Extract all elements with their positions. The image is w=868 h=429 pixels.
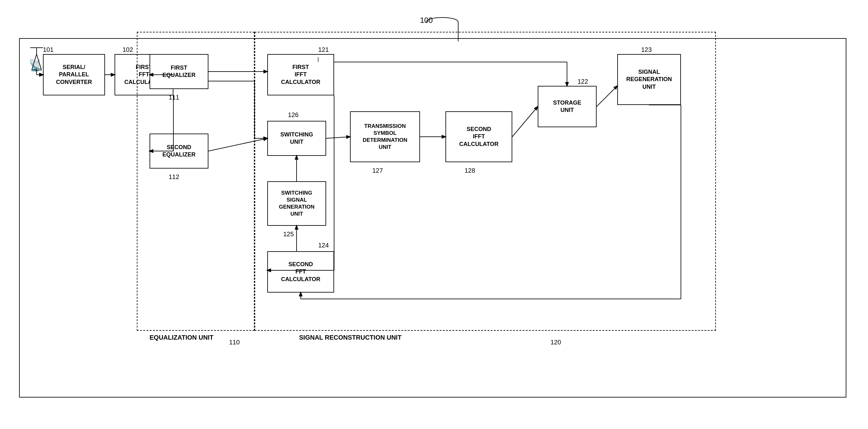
ref-121: 121: [318, 46, 329, 54]
ref-101: 101: [43, 46, 54, 54]
diagram-container: 100 📡 SERIAL/PARALLELCONVERTER 101 FIRST…: [13, 13, 855, 416]
storage-unit-block: STORAGEUNIT: [538, 86, 597, 127]
ref-127: 127: [372, 167, 383, 174]
switching-unit-block: SWITCHINGUNIT: [267, 121, 326, 156]
ref-123: 123: [641, 46, 652, 54]
ref-110: 110: [229, 339, 240, 346]
antenna-symbol: 📡: [29, 59, 43, 72]
ref-128: 128: [465, 167, 475, 174]
second-equalizer-block: SECONDEQUALIZER: [150, 134, 209, 169]
ref-111: 111: [168, 94, 179, 101]
second-ifft-block: SECONDIFFTCALCULATOR: [445, 111, 512, 162]
ref-122: 122: [578, 78, 588, 85]
ref-112: 112: [168, 173, 179, 180]
equalization-label: EQUALIZATION UNIT: [150, 334, 214, 341]
ref-102: 102: [123, 46, 133, 54]
ref-124: 124: [318, 242, 329, 249]
signal-reconstruction-label: SIGNAL RECONSTRUCTION UNIT: [299, 334, 402, 341]
second-fft-block: SECONDFFTCALCULATOR: [267, 251, 334, 293]
signal-regen-block: SIGNALREGENERATIONUNIT: [617, 54, 681, 105]
serial-parallel-block: SERIAL/PARALLELCONVERTER: [43, 54, 105, 95]
first-equalizer-block: FIRSTEQUALIZER: [150, 54, 209, 89]
ref-126: 126: [288, 111, 299, 119]
switching-signal-gen-block: SWITCHINGSIGNALGENERATIONUNIT: [267, 181, 326, 226]
ref-120: 120: [551, 339, 561, 346]
transmission-symbol-block: TRANSMISSIONSYMBOLDETERMINATIONUNIT: [350, 111, 420, 162]
main-ref-label: 100: [420, 16, 433, 25]
ref-125: 125: [283, 231, 294, 238]
first-ifft-block: FIRSTIFFTCALCULATOR: [267, 54, 334, 95]
